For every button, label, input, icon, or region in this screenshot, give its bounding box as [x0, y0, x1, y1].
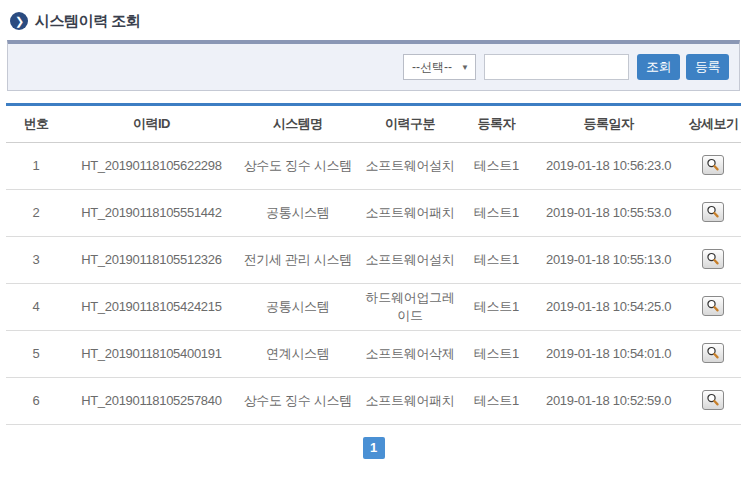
- system-name: 상수도 징수 시스템: [237, 142, 359, 189]
- register-date: 2019-01-18 10:56:23.0: [531, 142, 685, 189]
- detail-view-button[interactable]: [702, 155, 724, 175]
- history-id: HT_20190118105551442: [66, 189, 236, 236]
- register-date: 2019-01-18 10:54:25.0: [531, 283, 685, 330]
- row-number: 5: [6, 330, 66, 377]
- system-name: 상수도 징수 시스템: [237, 377, 359, 424]
- magnifier-icon: [706, 346, 720, 360]
- col-number: 번호: [6, 106, 66, 142]
- history-type: 하드웨어업그레이드: [359, 283, 461, 330]
- select-value: --선택--: [412, 59, 452, 76]
- history-id: HT_20190118105424215: [66, 283, 236, 330]
- row-number: 6: [6, 377, 66, 424]
- registrant: 테스트1: [461, 142, 531, 189]
- col-history-id: 이력ID: [66, 106, 236, 142]
- registrant: 테스트1: [461, 236, 531, 283]
- history-id: HT_20190118105512326: [66, 236, 236, 283]
- page-title: 시스템이력 조회: [35, 12, 140, 31]
- col-history-type: 이력구분: [359, 106, 461, 142]
- magnifier-icon: [706, 205, 720, 219]
- history-type: 소프트웨어패치: [359, 189, 461, 236]
- col-detail-view: 상세보기: [686, 106, 741, 142]
- pagination: 1: [0, 437, 747, 459]
- chevron-down-icon: ▼: [461, 63, 469, 72]
- table-header-row: 번호 이력ID 시스템명 이력구분 등록자 등록일자 상세보기: [6, 106, 741, 142]
- system-name: 공통시스템: [237, 283, 359, 330]
- magnifier-icon: [706, 299, 720, 313]
- row-number: 1: [6, 142, 66, 189]
- registrant: 테스트1: [461, 189, 531, 236]
- detail-view-button[interactable]: [702, 343, 724, 363]
- table-row: 5 HT_20190118105400191 연계시스템 소프트웨어삭제 테스트…: [6, 330, 741, 377]
- detail-view-button[interactable]: [702, 296, 724, 316]
- page-1-button[interactable]: 1: [363, 437, 385, 459]
- title-arrow-icon: ❯: [10, 12, 28, 30]
- search-panel: --선택-- ▼ 조회 등록: [7, 40, 740, 91]
- registrant: 테스트1: [461, 330, 531, 377]
- table-row: 1 HT_20190118105622298 상수도 징수 시스템 소프트웨어설…: [6, 142, 741, 189]
- register-date: 2019-01-18 10:52:59.0: [531, 377, 685, 424]
- history-id: HT_20190118105257840: [66, 377, 236, 424]
- magnifier-icon: [706, 393, 720, 407]
- row-number: 3: [6, 236, 66, 283]
- col-registrant: 등록자: [461, 106, 531, 142]
- magnifier-icon: [706, 252, 720, 266]
- table-row: 4 HT_20190118105424215 공통시스템 하드웨어업그레이드 테…: [6, 283, 741, 330]
- register-date: 2019-01-18 10:55:53.0: [531, 189, 685, 236]
- registrant: 테스트1: [461, 377, 531, 424]
- system-name: 연계시스템: [237, 330, 359, 377]
- system-name: 공통시스템: [237, 189, 359, 236]
- history-id: HT_20190118105400191: [66, 330, 236, 377]
- history-id: HT_20190118105622298: [66, 142, 236, 189]
- search-button[interactable]: 조회: [637, 54, 680, 80]
- system-name: 전기세 관리 시스템: [237, 236, 359, 283]
- col-register-date: 등록일자: [531, 106, 685, 142]
- history-type: 소프트웨어설치: [359, 142, 461, 189]
- detail-view-button[interactable]: [702, 390, 724, 410]
- table-row: 3 HT_20190118105512326 전기세 관리 시스템 소프트웨어설…: [6, 236, 741, 283]
- row-number: 4: [6, 283, 66, 330]
- detail-view-button[interactable]: [702, 249, 724, 269]
- table-row: 2 HT_20190118105551442 공통시스템 소프트웨어패치 테스트…: [6, 189, 741, 236]
- history-table: 번호 이력ID 시스템명 이력구분 등록자 등록일자 상세보기 1 HT_201…: [6, 103, 741, 425]
- search-input[interactable]: [484, 54, 629, 80]
- page-header: ❯ 시스템이력 조회: [0, 0, 747, 32]
- table-row: 6 HT_20190118105257840 상수도 징수 시스템 소프트웨어패…: [6, 377, 741, 424]
- row-number: 2: [6, 189, 66, 236]
- register-date: 2019-01-18 10:54:01.0: [531, 330, 685, 377]
- history-type: 소프트웨어패치: [359, 377, 461, 424]
- magnifier-icon: [706, 158, 720, 172]
- detail-view-button[interactable]: [702, 202, 724, 222]
- history-type: 소프트웨어삭제: [359, 330, 461, 377]
- register-button[interactable]: 등록: [686, 54, 729, 80]
- registrant: 테스트1: [461, 283, 531, 330]
- col-system-name: 시스템명: [237, 106, 359, 142]
- history-type-select[interactable]: --선택-- ▼: [403, 54, 476, 80]
- history-type: 소프트웨어설치: [359, 236, 461, 283]
- register-date: 2019-01-18 10:55:13.0: [531, 236, 685, 283]
